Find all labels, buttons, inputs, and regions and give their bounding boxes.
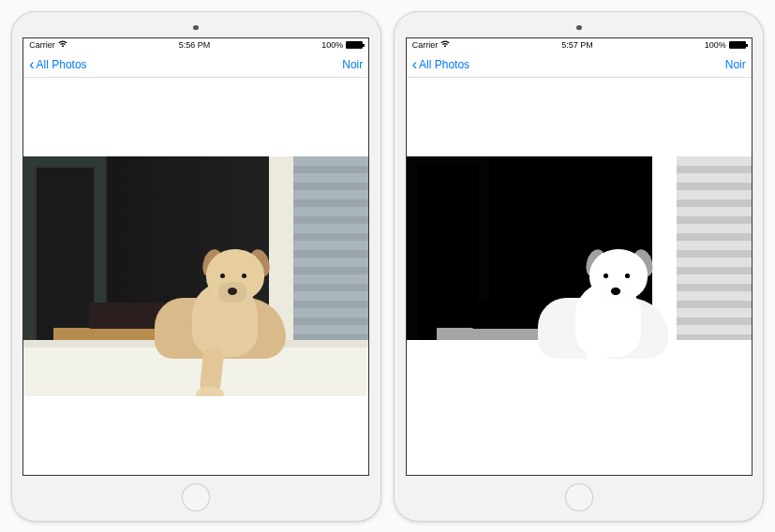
ipad-device-left: Carrier 5:56 PM 100% ‹ All Photos Noir [11,11,381,522]
status-left: Carrier [412,40,451,50]
status-right: 100% [705,40,746,50]
battery-icon [346,41,363,49]
battery-pct-label: 100% [321,40,343,50]
dog [519,244,688,376]
dog [136,244,305,376]
action-label: Noir [725,58,746,71]
wifi-icon [440,40,450,50]
back-button[interactable]: ‹ All Photos [29,57,86,72]
screen: Carrier 5:57 PM 100% ‹ All Photos Noir [406,37,753,476]
clock-label: 5:57 PM [561,40,593,50]
camera-dot [193,25,199,31]
battery-pct-label: 100% [705,40,726,50]
carrier-label: Carrier [29,40,55,50]
nav-bar: ‹ All Photos Noir [23,52,368,78]
back-button[interactable]: ‹ All Photos [412,57,469,72]
noir-button[interactable]: Noir [725,58,746,71]
battery-icon [729,41,746,49]
noir-button[interactable]: Noir [342,58,363,71]
action-label: Noir [342,58,363,71]
status-bar: Carrier 5:56 PM 100% [23,38,368,52]
photo-viewer[interactable] [23,78,368,475]
home-button[interactable] [565,483,593,511]
clock-label: 5:56 PM [179,40,211,50]
photo-noir [407,156,752,396]
chevron-left-icon: ‹ [29,57,34,72]
back-label: All Photos [37,58,87,71]
nav-bar: ‹ All Photos Noir [407,52,752,78]
screen: Carrier 5:56 PM 100% ‹ All Photos Noir [22,37,369,476]
status-bar: Carrier 5:57 PM 100% [407,38,752,52]
status-left: Carrier [29,40,67,50]
photo-viewer[interactable] [407,78,752,475]
chevron-left-icon: ‹ [412,57,417,72]
carrier-label: Carrier [412,40,439,50]
back-label: All Photos [419,58,469,71]
home-button[interactable] [182,483,210,511]
camera-dot [576,25,582,31]
wifi-icon [58,40,67,50]
photo-color [23,156,368,396]
status-right: 100% [321,40,363,50]
ipad-device-right: Carrier 5:57 PM 100% ‹ All Photos Noir [394,11,764,522]
